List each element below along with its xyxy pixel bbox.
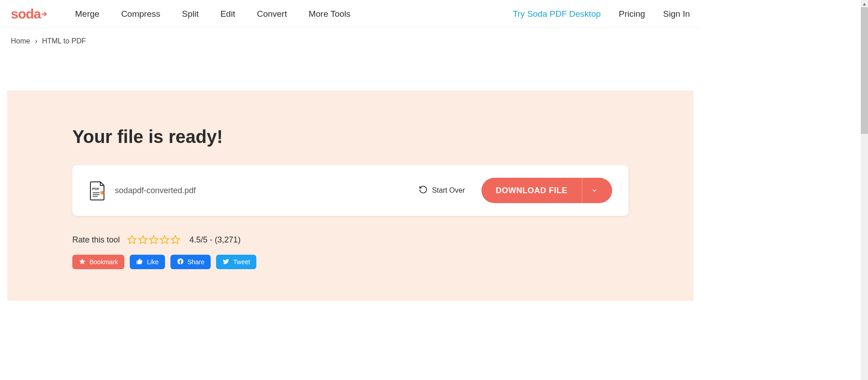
star-fill-icon <box>79 258 86 266</box>
svg-text:PDF: PDF <box>92 187 99 191</box>
breadcrumb: Home › HTML to PDF <box>0 28 701 54</box>
nav-split[interactable]: Split <box>182 9 198 19</box>
star-icon[interactable] <box>149 235 159 245</box>
tweet-button[interactable]: Tweet <box>216 255 256 269</box>
pricing-link[interactable]: Pricing <box>619 9 645 19</box>
rating-row: Rate this tool 4.5/5 - (3,271) <box>72 235 628 245</box>
svg-marker-5 <box>128 236 136 243</box>
rating-score: 4.5/5 - (3,271) <box>189 235 241 245</box>
start-over-label: Start Over <box>432 186 465 195</box>
svg-marker-9 <box>171 236 179 243</box>
share-button[interactable]: Share <box>170 255 211 269</box>
header: soda Merge Compress Split Edit Convert M… <box>0 0 701 28</box>
facebook-icon <box>177 258 184 266</box>
breadcrumb-home[interactable]: Home <box>11 37 30 45</box>
bookmark-button[interactable]: Bookmark <box>72 255 124 269</box>
nav-merge[interactable]: Merge <box>75 9 99 19</box>
nav-compress[interactable]: Compress <box>121 9 160 19</box>
twitter-icon <box>222 258 230 266</box>
star-icon[interactable] <box>170 235 180 245</box>
restart-icon <box>419 185 428 196</box>
header-right: Try Soda PDF Desktop Pricing Sign In <box>513 9 690 19</box>
result-panel: Your file is ready! PDF sodapdf-converte… <box>7 90 693 301</box>
nav-convert[interactable]: Convert <box>257 9 287 19</box>
svg-marker-7 <box>150 236 158 243</box>
svg-marker-10 <box>79 258 85 264</box>
logo-text: soda <box>11 6 41 22</box>
breadcrumb-separator: › <box>35 37 37 45</box>
try-desktop-link[interactable]: Try Soda PDF Desktop <box>513 9 601 19</box>
nav-edit[interactable]: Edit <box>220 9 235 19</box>
like-button[interactable]: Like <box>130 255 165 269</box>
rating-stars <box>127 235 180 245</box>
filename-text: sodapdf-converted.pdf <box>115 186 419 195</box>
main-nav: Merge Compress Split Edit Convert More T… <box>75 9 513 19</box>
page-title: Your file is ready! <box>72 127 628 147</box>
svg-marker-8 <box>160 236 169 243</box>
chevron-down-icon <box>582 178 598 203</box>
logo[interactable]: soda <box>11 6 48 22</box>
thumbs-up-icon <box>136 258 143 266</box>
breadcrumb-current: HTML to PDF <box>42 37 86 45</box>
share-label: Share <box>188 258 204 266</box>
share-row: Bookmark Like Share Tweet <box>72 255 628 269</box>
file-card: PDF sodapdf-converted.pdf Start Over D <box>72 165 628 216</box>
nav-more-tools[interactable]: More Tools <box>309 9 351 19</box>
tweet-label: Tweet <box>233 258 250 266</box>
like-label: Like <box>147 258 159 266</box>
star-icon[interactable] <box>160 235 170 245</box>
download-label: DOWNLOAD FILE <box>496 186 567 195</box>
bookmark-label: Bookmark <box>90 258 118 266</box>
star-icon[interactable] <box>127 235 137 245</box>
pdf-file-icon: PDF <box>89 181 107 200</box>
download-file-button[interactable]: DOWNLOAD FILE <box>481 178 612 203</box>
arrow-right-icon <box>40 10 48 18</box>
star-icon[interactable] <box>138 235 148 245</box>
svg-marker-6 <box>139 236 147 243</box>
sign-in-link[interactable]: Sign In <box>663 9 690 19</box>
start-over-button[interactable]: Start Over <box>419 185 465 196</box>
rating-label: Rate this tool <box>72 235 120 245</box>
